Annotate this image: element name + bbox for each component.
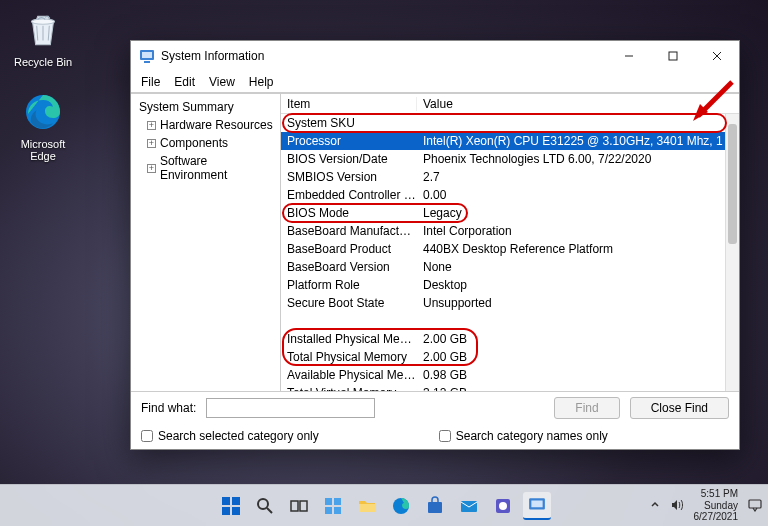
cell-value: 2.00 GB (417, 332, 739, 346)
edge-icon (21, 90, 65, 134)
task-view-button[interactable] (285, 492, 313, 520)
table-row[interactable]: Total Virtual Memory3.12 GB (281, 384, 739, 391)
svg-point-0 (31, 19, 54, 24)
rows-container: System SKUProcessorIntel(R) Xeon(R) CPU … (281, 114, 739, 391)
table-row[interactable]: BIOS ModeLegacy (281, 204, 739, 222)
notifications-icon[interactable] (748, 498, 762, 514)
svg-rect-17 (291, 501, 298, 511)
cell-value: Phoenix Technologies LTD 6.00, 7/22/2020 (417, 152, 739, 166)
cell-item: Installed Physical Memory... (281, 332, 417, 346)
check-selected-category[interactable]: Search selected category only (141, 429, 319, 443)
volume-icon[interactable] (670, 498, 684, 514)
table-row[interactable]: Available Physical Memory0.98 GB (281, 366, 739, 384)
table-row[interactable]: BaseBoard Product440BX Desktop Reference… (281, 240, 739, 258)
column-item[interactable]: Item (281, 97, 417, 111)
sysinfo-taskbar-button[interactable] (523, 492, 551, 520)
cell-item: BaseBoard Product (281, 242, 417, 256)
table-row[interactable] (281, 312, 739, 330)
find-bar: Find what: Find Close Find (131, 391, 739, 423)
find-input[interactable] (206, 398, 375, 418)
clock-date: 6/27/2021 (694, 511, 739, 523)
edge-button[interactable] (387, 492, 415, 520)
close-find-button[interactable]: Close Find (630, 397, 729, 419)
cell-item: System SKU (281, 116, 417, 130)
check-category-names[interactable]: Search category names only (439, 429, 608, 443)
app-button[interactable] (489, 492, 517, 520)
svg-rect-3 (142, 52, 152, 58)
desktop-icon-edge[interactable]: Microsoft Edge (8, 90, 78, 162)
menu-file[interactable]: File (141, 75, 160, 89)
table-row[interactable]: BaseBoard VersionNone (281, 258, 739, 276)
svg-line-16 (267, 508, 272, 513)
system-tray[interactable]: 5:51 PM Sunday 6/27/2021 (650, 485, 763, 526)
cell-item: Embedded Controller Ver... (281, 188, 417, 202)
menu-help[interactable]: Help (249, 75, 274, 89)
search-button[interactable] (251, 492, 279, 520)
table-row[interactable]: ProcessorIntel(R) Xeon(R) CPU E31225 @ 3… (281, 132, 739, 150)
system-information-window: System Information File Edit View Help S… (130, 40, 740, 450)
svg-rect-18 (300, 501, 307, 511)
desktop-icon-label: Recycle Bin (8, 56, 78, 68)
svg-rect-14 (232, 507, 240, 515)
svg-rect-25 (428, 502, 442, 513)
table-row[interactable]: System SKU (281, 114, 739, 132)
expand-icon[interactable]: + (147, 121, 156, 130)
cell-value: 2.7 (417, 170, 739, 184)
checkbox[interactable] (141, 430, 153, 442)
category-tree[interactable]: System Summary +Hardware Resources +Comp… (131, 94, 281, 391)
svg-rect-4 (144, 61, 150, 63)
cell-value: Intel Corporation (417, 224, 739, 238)
cell-value: 0.00 (417, 188, 739, 202)
find-options: Search selected category only Search cat… (131, 423, 739, 449)
mail-button[interactable] (455, 492, 483, 520)
maximize-button[interactable] (651, 41, 695, 71)
store-button[interactable] (421, 492, 449, 520)
svg-rect-12 (232, 497, 240, 505)
cell-item: Total Physical Memory (281, 350, 417, 364)
cell-item: Platform Role (281, 278, 417, 292)
table-row[interactable]: Platform RoleDesktop (281, 276, 739, 294)
svg-rect-23 (359, 504, 375, 512)
tree-node-hardware[interactable]: +Hardware Resources (133, 116, 278, 134)
tree-node-components[interactable]: +Components (133, 134, 278, 152)
find-button[interactable]: Find (554, 397, 619, 419)
start-button[interactable] (217, 492, 245, 520)
scrollbar-thumb[interactable] (728, 124, 737, 244)
clock-day: Sunday (694, 500, 739, 512)
column-headers[interactable]: Item Value (281, 94, 739, 114)
find-label: Find what: (141, 401, 196, 415)
table-row[interactable]: Installed Physical Memory...2.00 GB (281, 330, 739, 348)
vertical-scrollbar[interactable] (725, 114, 739, 391)
column-value[interactable]: Value (417, 97, 739, 111)
cell-value: Desktop (417, 278, 739, 292)
table-row[interactable]: Embedded Controller Ver...0.00 (281, 186, 739, 204)
close-button[interactable] (695, 41, 739, 71)
expand-icon[interactable]: + (147, 164, 156, 173)
recycle-bin-icon (21, 8, 65, 52)
tray-chevron-icon[interactable] (650, 500, 660, 512)
table-row[interactable]: BIOS Version/DatePhoenix Technologies LT… (281, 150, 739, 168)
cell-value: Legacy (417, 206, 739, 220)
table-row[interactable]: Secure Boot StateUnsupported (281, 294, 739, 312)
minimize-button[interactable] (607, 41, 651, 71)
tree-node-software[interactable]: +Software Environment (133, 152, 278, 184)
menu-edit[interactable]: Edit (174, 75, 195, 89)
svg-rect-19 (325, 498, 332, 505)
svg-rect-13 (222, 507, 230, 515)
menu-view[interactable]: View (209, 75, 235, 89)
titlebar[interactable]: System Information (131, 41, 739, 71)
clock-time: 5:51 PM (694, 488, 739, 500)
table-row[interactable]: SMBIOS Version2.7 (281, 168, 739, 186)
checkbox[interactable] (439, 430, 451, 442)
table-row[interactable]: Total Physical Memory2.00 GB (281, 348, 739, 366)
expand-icon[interactable]: + (147, 139, 156, 148)
tree-root[interactable]: System Summary (133, 98, 278, 116)
svg-rect-31 (749, 500, 761, 508)
taskbar[interactable]: 5:51 PM Sunday 6/27/2021 (0, 484, 768, 526)
app-icon (139, 48, 155, 64)
explorer-button[interactable] (353, 492, 381, 520)
clock[interactable]: 5:51 PM Sunday 6/27/2021 (694, 488, 739, 523)
widgets-button[interactable] (319, 492, 347, 520)
table-row[interactable]: BaseBoard ManufacturerIntel Corporation (281, 222, 739, 240)
desktop-icon-recycle-bin[interactable]: Recycle Bin (8, 8, 78, 68)
